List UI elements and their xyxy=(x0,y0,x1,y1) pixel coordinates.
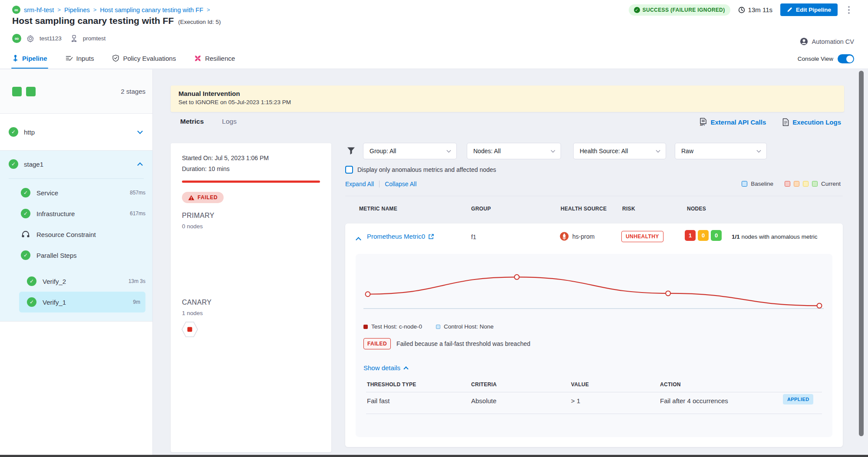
step-verify-1-time: 9m xyxy=(133,299,140,305)
success-check-icon: ✓ xyxy=(9,159,18,169)
metric-analysis-card: Prometheus Metric0 f1 hs-prom UNHEALTHY … xyxy=(345,224,843,447)
column-header-risk: RISK xyxy=(622,206,635,212)
stages-summary-row: 2 stages xyxy=(0,69,152,114)
execution-logs-link[interactable]: Execution Logs xyxy=(782,118,841,126)
page-header: ∞ srm-hf-test > Pipelines > Host samplin… xyxy=(0,0,868,69)
success-check-icon: ✓ xyxy=(21,250,30,260)
control-host-legend-icon xyxy=(436,325,440,329)
anomalous-nodes-ratio: 1/1 xyxy=(732,233,740,240)
control-host-legend: Control Host: None xyxy=(436,323,494,330)
stage-http-label: http xyxy=(24,128,35,136)
banner-title: Manual Intervention xyxy=(178,90,836,97)
stage-row-stage1[interactable]: ✓ stage1 xyxy=(0,151,152,178)
divider xyxy=(379,181,380,187)
applied-badge: APPLIED xyxy=(783,394,813,404)
environment-tag[interactable]: promtest xyxy=(83,35,106,42)
tab-inputs[interactable]: Inputs xyxy=(66,48,94,69)
anomalous-checkbox[interactable] xyxy=(345,166,353,174)
breadcrumb-project[interactable]: srm-hf-test xyxy=(24,7,54,13)
success-check-icon: ✓ xyxy=(27,276,36,286)
breadcrumb-pipelines[interactable]: Pipelines xyxy=(64,7,90,13)
current-orange-legend-icon xyxy=(794,181,799,187)
collapse-all-link[interactable]: Collapse All xyxy=(385,181,416,187)
risk-badge: UNHEALTHY xyxy=(621,231,663,242)
collapse-metric-chevron-icon[interactable] xyxy=(356,237,361,243)
horizontal-scrollbar[interactable] xyxy=(0,455,868,457)
duration: Duration: 10 mins xyxy=(182,165,230,172)
more-options-menu[interactable] xyxy=(845,4,852,16)
vertical-scrollbar-thumb[interactable] xyxy=(859,71,864,436)
step-row-verify-2[interactable]: ✓ Verify_2 13m 3s xyxy=(0,271,152,292)
baseline-current-legend: Baseline Current xyxy=(742,181,841,187)
breadcrumb: ∞ srm-hf-test > Pipelines > Host samplin… xyxy=(12,6,210,14)
step-verify-2-time: 13m 3s xyxy=(129,278,145,284)
deployment-summary-card: Started On: Jul 5, 2023 1:06 PM Duration… xyxy=(171,143,331,452)
chevron-down-icon xyxy=(656,148,660,153)
divider xyxy=(345,196,843,196)
step-parallel-steps-label: Parallel Steps xyxy=(36,252,77,259)
service-tag[interactable]: test1123 xyxy=(40,35,62,42)
unhealthy-node-count: 1 xyxy=(685,230,696,241)
pipeline-icon xyxy=(12,55,19,62)
control-host-legend-label: Control Host: None xyxy=(444,323,494,330)
tab-policy-evaluations[interactable]: Policy Evaluations xyxy=(112,48,176,69)
step-row-infrastructure[interactable]: ✓ Infrastructure 617ms xyxy=(0,203,152,224)
step-service-time: 857ms xyxy=(130,190,145,196)
filter-funnel-icon[interactable] xyxy=(347,147,355,155)
health-source-label: hs-prom xyxy=(572,233,594,240)
step-verify-2-label: Verify_2 xyxy=(43,278,66,285)
tab-logs[interactable]: Logs xyxy=(222,118,237,125)
status-badge: ✓ SUCCESS (FAILURE IGNORED) xyxy=(629,4,730,16)
step-infrastructure-label: Infrastructure xyxy=(36,210,75,217)
nodes-filter-dropdown[interactable]: Nodes: All xyxy=(467,143,561,159)
tab-resilience[interactable]: Resilience xyxy=(194,48,235,69)
primary-group-label: PRIMARY xyxy=(182,212,215,220)
current-legend-label: Current xyxy=(821,181,841,187)
verification-failed-label: FAILED xyxy=(198,194,218,201)
chevron-down-icon[interactable] xyxy=(137,128,143,134)
step-row-service[interactable]: ✓ Service 857ms xyxy=(0,182,152,203)
success-check-icon: ✓ xyxy=(21,188,30,197)
tab-pipeline[interactable]: Pipeline xyxy=(12,48,47,69)
shield-check-icon xyxy=(112,54,119,62)
chevron-down-icon xyxy=(757,148,761,153)
expand-all-link[interactable]: Expand All xyxy=(345,181,374,187)
breadcrumb-pipeline-name[interactable]: Host sampling canary testing with FF xyxy=(100,7,203,13)
health-source-filter-dropdown[interactable]: Health Source: All xyxy=(573,143,666,159)
elapsed-time-value: 13m 11s xyxy=(748,6,772,13)
edit-pipeline-button[interactable]: Edit Pipeline xyxy=(780,3,838,16)
tab-metrics[interactable]: Metrics xyxy=(180,118,204,125)
test-host-legend: Test Host: c-node-0 xyxy=(363,323,422,330)
test-host-legend-label: Test Host: c-node-0 xyxy=(371,323,422,330)
resilience-icon xyxy=(194,55,201,62)
threshold-value-value: > 1 xyxy=(571,397,580,404)
gear-icon xyxy=(26,35,34,43)
canary-node-hexagon[interactable] xyxy=(181,321,198,338)
data-mode-dropdown[interactable]: Raw xyxy=(675,143,767,159)
chevron-up-icon[interactable] xyxy=(137,162,143,168)
step-row-verify-1-selected[interactable]: ✓ Verify_1 9m xyxy=(19,292,145,312)
stage-row-http[interactable]: ✓ http xyxy=(0,114,152,151)
step-row-parallel-steps[interactable]: ✓ Parallel Steps xyxy=(0,245,152,266)
metric-chart[interactable] xyxy=(363,260,824,316)
banner-subtitle: Set to IGNORE on 05-Jul-2023 1:15:23 PM xyxy=(178,99,836,105)
console-view-toggle[interactable] xyxy=(838,54,854,63)
threshold-col-criteria: CRITERIA xyxy=(471,381,497,388)
show-details-link[interactable]: Show details xyxy=(363,364,408,372)
edit-pipeline-label: Edit Pipeline xyxy=(796,7,831,13)
breadcrumb-separator: > xyxy=(207,7,210,13)
stage-stage1-label: stage1 xyxy=(24,161,43,168)
external-api-calls-link[interactable]: API External API Calls xyxy=(700,118,766,126)
threshold-action-value: Fail after 4 occurrences xyxy=(660,397,728,404)
threshold-col-type: THRESHOLD TYPE xyxy=(367,381,416,388)
metric-name-link[interactable]: Prometheus Metric0 xyxy=(367,233,434,240)
verification-progress-bar xyxy=(182,181,320,183)
tab-pipeline-label: Pipeline xyxy=(22,55,47,62)
anomalous-nodes-text: nodes with anomalous metric xyxy=(742,233,818,240)
success-check-icon: ✓ xyxy=(21,209,30,218)
metric-chart-svg xyxy=(363,260,824,316)
step-row-resource-constraint[interactable]: Resource Constraint xyxy=(0,224,152,245)
harness-logo-icon: ∞ xyxy=(12,34,21,43)
divider xyxy=(366,392,822,392)
group-filter-dropdown[interactable]: Group: All xyxy=(363,143,457,159)
